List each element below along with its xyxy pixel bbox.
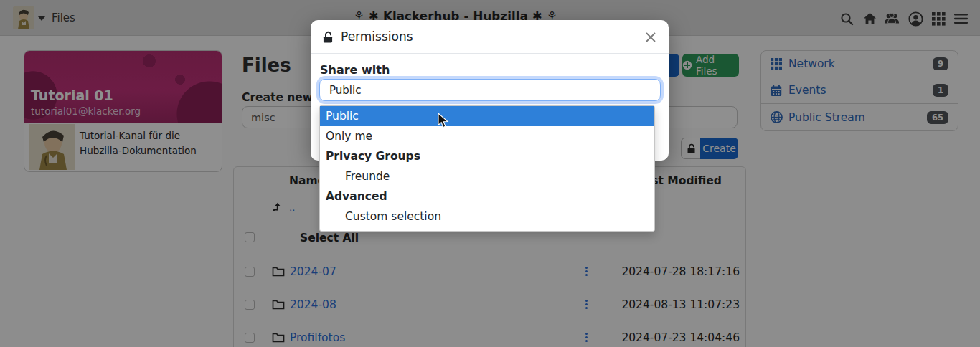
modal-title: Permissions: [341, 29, 413, 44]
close-button[interactable]: [643, 29, 659, 45]
dropdown-group-privacy-groups: Privacy Groups: [320, 146, 654, 166]
modal-header: Permissions: [311, 20, 669, 54]
dropdown-option-custom-selection[interactable]: Custom selection: [320, 206, 654, 227]
dropdown-option-freunde[interactable]: Freunde: [320, 166, 654, 186]
share-with-dropdown: Public Only me Privacy Groups Freunde Ad…: [319, 105, 655, 232]
unlock-icon: [322, 31, 334, 43]
share-with-label: Share with: [320, 63, 390, 77]
close-icon: [645, 32, 656, 43]
dropdown-option-public[interactable]: Public: [320, 106, 654, 126]
mouse-cursor: [438, 113, 450, 129]
share-with-input[interactable]: [319, 79, 661, 101]
dropdown-group-advanced: Advanced: [320, 186, 654, 206]
dropdown-option-only-me[interactable]: Only me: [320, 126, 654, 146]
